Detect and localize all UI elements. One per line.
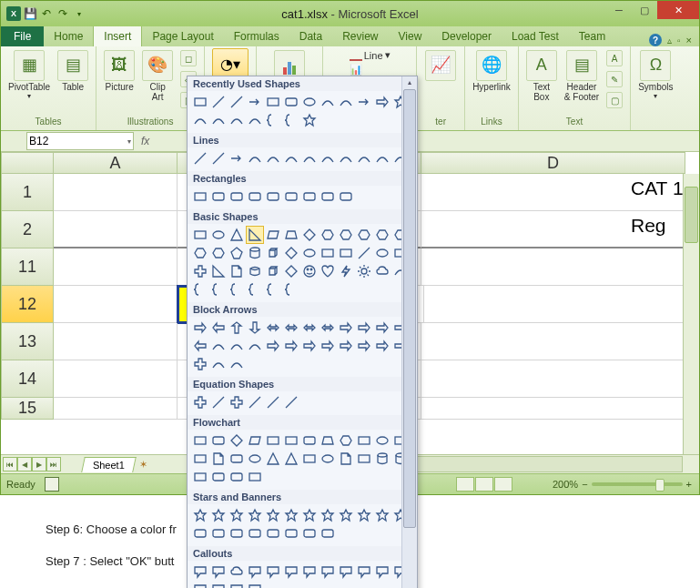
clip-art-button[interactable]: 🎨Clip Art xyxy=(140,48,175,104)
gallery-scrollbar[interactable]: ▴▾ xyxy=(401,76,417,588)
shape-oval[interactable] xyxy=(373,431,391,450)
zoom-level[interactable]: 200% xyxy=(553,479,578,490)
shape-curve[interactable] xyxy=(337,149,355,167)
shape-call[interactable] xyxy=(300,563,319,581)
text-box-button[interactable]: AText Box xyxy=(524,48,559,104)
shape-para[interactable] xyxy=(246,431,264,450)
shape-rect[interactable] xyxy=(355,431,373,450)
shape-tri[interactable] xyxy=(264,450,282,468)
tab-insert[interactable]: Insert xyxy=(93,25,142,46)
shape-star[interactable] xyxy=(246,506,264,524)
shape-rrect[interactable] xyxy=(319,524,337,542)
sparkline-line-button[interactable]: Line ▾ xyxy=(350,48,391,62)
tab-file[interactable]: File xyxy=(1,26,44,46)
shape-brace[interactable] xyxy=(209,280,228,299)
shape-brace[interactable] xyxy=(246,280,264,299)
shape-rarrow[interactable] xyxy=(264,337,282,355)
minimize-ribbon-icon[interactable]: ▵ xyxy=(667,35,672,46)
shape-call[interactable] xyxy=(191,581,209,588)
shape-oval[interactable] xyxy=(209,226,228,244)
shape-rrect[interactable] xyxy=(246,524,264,542)
shape-rrect[interactable] xyxy=(264,188,282,206)
header-footer-button[interactable]: ▤Header & Footer xyxy=(563,48,601,104)
object-icon[interactable]: ▢ xyxy=(604,90,624,110)
tab-developer[interactable]: Developer xyxy=(431,26,502,46)
sheet-tab-sheet1[interactable]: Sheet1 xyxy=(81,457,136,472)
tab-view[interactable]: View xyxy=(389,26,432,46)
redo-icon[interactable]: ↷ xyxy=(56,6,70,21)
shape-cube[interactable] xyxy=(264,262,282,280)
shape-brace[interactable] xyxy=(228,280,246,299)
shape-rtri[interactable] xyxy=(209,262,228,280)
shape-rrect[interactable] xyxy=(282,524,300,542)
shape-curve[interactable] xyxy=(191,111,209,129)
shape-lrarr[interactable] xyxy=(319,319,337,337)
shape-rrect[interactable] xyxy=(191,524,209,542)
shape-rect[interactable] xyxy=(319,244,337,262)
shape-curve[interactable] xyxy=(355,149,373,167)
table-button[interactable]: ▤Table xyxy=(56,48,90,94)
shape-oval[interactable] xyxy=(300,244,319,262)
shape-larrow[interactable] xyxy=(191,337,209,355)
shape-rarrow[interactable] xyxy=(300,337,319,355)
shape-hex[interactable] xyxy=(355,226,373,244)
shape-dia[interactable] xyxy=(228,431,246,450)
shape-trap[interactable] xyxy=(319,431,337,450)
new-sheet-icon[interactable]: ✶ xyxy=(135,459,153,471)
shape-plus[interactable] xyxy=(191,393,209,411)
slicer-button[interactable]: 📈 xyxy=(423,48,458,83)
shape-call[interactable] xyxy=(355,563,373,581)
shape-rrect[interactable] xyxy=(209,524,228,542)
fx-icon[interactable]: fx xyxy=(141,135,149,147)
row-header-15[interactable]: 15 xyxy=(1,398,54,420)
shape-star[interactable] xyxy=(373,506,391,524)
shapes-dropdown-button[interactable]: ◔▾ xyxy=(212,48,249,79)
shape-call[interactable] xyxy=(373,563,391,581)
zoom-slider[interactable] xyxy=(592,482,683,486)
shape-rarrow[interactable] xyxy=(337,319,355,337)
shape-hex[interactable] xyxy=(319,226,337,244)
shape-rect[interactable] xyxy=(191,188,209,206)
shape-call[interactable] xyxy=(246,563,264,581)
shape-curve[interactable] xyxy=(282,149,300,167)
shape-call[interactable] xyxy=(209,581,228,588)
shape-doc[interactable] xyxy=(209,450,228,468)
shape-rect[interactable] xyxy=(191,450,209,468)
shape-lrarr[interactable] xyxy=(264,319,282,337)
shape-curve[interactable] xyxy=(246,149,264,167)
shape-star[interactable] xyxy=(300,506,319,524)
shape-cloud[interactable] xyxy=(228,563,246,581)
shape-hex[interactable] xyxy=(337,226,355,244)
sheet-nav-last-icon[interactable]: ⏭ xyxy=(46,457,61,471)
shape-rtri[interactable] xyxy=(246,226,264,244)
zoom-in-icon[interactable]: + xyxy=(686,479,692,490)
shape-rect[interactable] xyxy=(191,468,209,486)
row-header-1[interactable]: 1 xyxy=(1,174,54,211)
shape-call[interactable] xyxy=(228,581,246,588)
shape-cyl[interactable] xyxy=(246,262,264,280)
shape-darrow[interactable] xyxy=(246,319,264,337)
shape-rarrow[interactable] xyxy=(373,319,391,337)
select-all-corner[interactable] xyxy=(1,152,54,174)
view-normal-icon[interactable] xyxy=(456,477,474,492)
shape-rrect[interactable] xyxy=(319,188,337,206)
shape-lrarr[interactable] xyxy=(300,319,319,337)
shape-curve[interactable] xyxy=(228,111,246,129)
macro-record-icon[interactable] xyxy=(45,477,59,492)
vertical-scrollbar[interactable] xyxy=(683,174,699,454)
sheet-nav-first-icon[interactable]: ⏮ xyxy=(3,457,17,471)
signature-icon[interactable]: ✎ xyxy=(604,69,624,89)
column-header-d[interactable]: D xyxy=(421,152,685,174)
shape-line[interactable] xyxy=(264,393,282,411)
shape-bolt[interactable] xyxy=(337,262,355,280)
shape-dia[interactable] xyxy=(300,226,319,244)
shape-plus[interactable] xyxy=(228,393,246,411)
shape-uarrow[interactable] xyxy=(228,319,246,337)
shape-hex[interactable] xyxy=(191,244,209,262)
shape-oval[interactable] xyxy=(319,450,337,468)
tab-team[interactable]: Team xyxy=(569,26,615,46)
shape-curve[interactable] xyxy=(300,149,319,167)
row-header-14[interactable]: 14 xyxy=(1,360,54,398)
shape-can[interactable] xyxy=(373,450,391,468)
shape-curve[interactable] xyxy=(264,149,282,167)
